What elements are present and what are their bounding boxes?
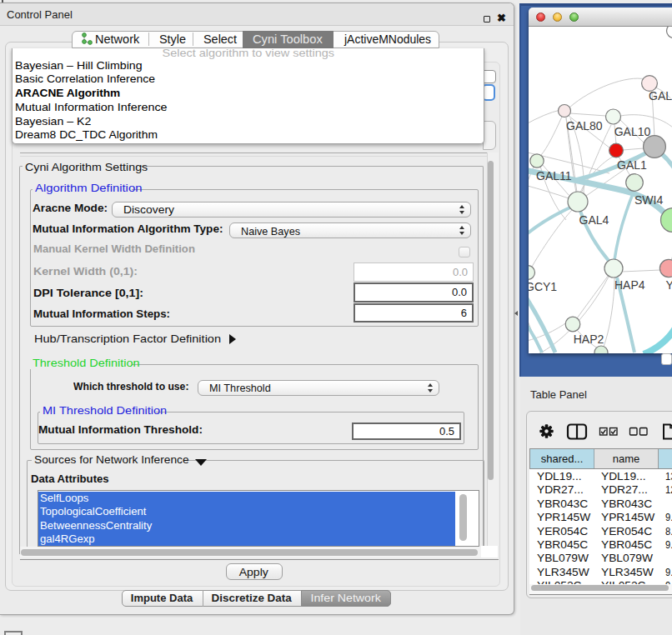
svg-text:GAL7: GAL7 <box>649 89 672 102</box>
svg-text:GAL11: GAL11 <box>536 169 572 182</box>
svg-text:GAL80: GAL80 <box>566 119 603 132</box>
svg-text:GCY1: GCY1 <box>529 280 557 293</box>
svg-text:GAL4: GAL4 <box>579 213 609 227</box>
svg-text:SWI4: SWI4 <box>634 193 663 207</box>
svg-text:HAP2: HAP2 <box>574 332 604 346</box>
svg-text:GAL1: GAL1 <box>617 158 647 172</box>
svg-text:Y: Y <box>666 278 672 292</box>
svg-text:HAP4: HAP4 <box>614 278 645 292</box>
svg-text:GAL10: GAL10 <box>614 125 651 138</box>
